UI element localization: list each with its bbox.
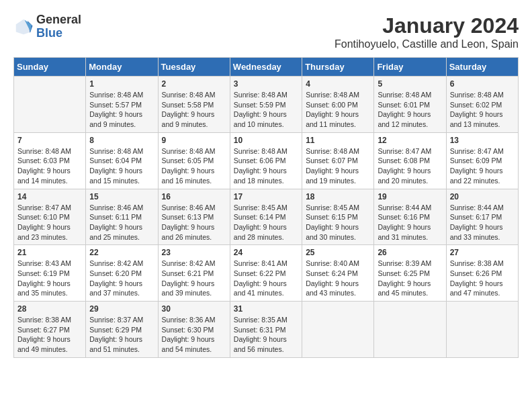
day-number: 17 [234,192,298,201]
day-number: 31 [234,304,298,314]
day-number: 3 [234,79,298,89]
day-number: 7 [17,136,82,145]
day-info: Sunrise: 8:35 AMSunset: 6:31 PMDaylight:… [234,315,298,355]
day-info: Sunrise: 8:46 AMSunset: 6:13 PMDaylight:… [162,203,226,242]
calendar-cell-3-3: 16Sunrise: 8:46 AMSunset: 6:13 PMDayligh… [158,189,230,245]
day-number: 8 [89,136,154,145]
day-number: 2 [162,79,226,89]
day-number: 19 [378,192,442,201]
calendar-cell-2-5: 11Sunrise: 8:48 AMSunset: 6:07 PMDayligh… [302,132,374,189]
day-number: 20 [450,192,515,201]
calendar-table: SundayMondayTuesdayWednesdayThursdayFrid… [13,57,519,358]
day-number: 4 [306,79,370,89]
day-number: 18 [306,192,370,201]
calendar-cell-1-5: 4Sunrise: 8:48 AMSunset: 6:00 PMDaylight… [302,77,374,133]
calendar-cell-4-4: 24Sunrise: 8:41 AMSunset: 6:22 PMDayligh… [230,245,302,302]
calendar-cell-5-4: 31Sunrise: 8:35 AMSunset: 6:31 PMDayligh… [230,302,302,358]
calendar-cell-2-6: 12Sunrise: 8:47 AMSunset: 6:08 PMDayligh… [374,132,446,189]
day-number: 13 [450,136,515,145]
location-title: Fontihoyuelo, Castille and Leon, Spain [335,38,519,50]
day-number: 26 [378,248,442,257]
day-info: Sunrise: 8:48 AMSunset: 6:00 PMDaylight:… [306,90,370,130]
calendar-cell-5-5 [302,302,374,358]
calendar-cell-1-2: 1Sunrise: 8:48 AMSunset: 5:57 PMDaylight… [86,77,158,133]
page-header: General Blue January 2024 Fontihoyuelo, … [13,13,519,50]
column-header-friday: Friday [374,58,446,77]
day-info: Sunrise: 8:38 AMSunset: 6:26 PMDaylight:… [450,259,515,298]
calendar-cell-1-4: 3Sunrise: 8:48 AMSunset: 5:59 PMDaylight… [230,77,302,133]
day-number: 24 [234,248,298,257]
day-info: Sunrise: 8:46 AMSunset: 6:11 PMDaylight:… [89,203,154,242]
calendar-cell-4-7: 27Sunrise: 8:38 AMSunset: 6:26 PMDayligh… [446,245,518,302]
day-info: Sunrise: 8:48 AMSunset: 5:58 PMDaylight:… [162,90,226,130]
logo-text: General Blue [36,13,81,40]
day-number: 14 [17,192,82,201]
day-info: Sunrise: 8:47 AMSunset: 6:10 PMDaylight:… [17,203,82,242]
calendar-cell-3-2: 15Sunrise: 8:46 AMSunset: 6:11 PMDayligh… [86,189,158,245]
calendar-cell-2-4: 10Sunrise: 8:48 AMSunset: 6:06 PMDayligh… [230,132,302,189]
day-number: 1 [89,79,154,89]
column-header-sunday: Sunday [14,58,86,77]
day-info: Sunrise: 8:47 AMSunset: 6:08 PMDaylight:… [378,146,442,186]
calendar-cell-2-1: 7Sunrise: 8:48 AMSunset: 6:03 PMDaylight… [14,132,86,189]
calendar-cell-5-3: 30Sunrise: 8:36 AMSunset: 6:30 PMDayligh… [158,302,230,358]
calendar-cell-2-7: 13Sunrise: 8:47 AMSunset: 6:09 PMDayligh… [446,132,518,189]
day-number: 27 [450,248,515,257]
logo: General Blue [13,13,81,40]
calendar-week-2: 7Sunrise: 8:48 AMSunset: 6:03 PMDaylight… [14,132,519,189]
day-info: Sunrise: 8:38 AMSunset: 6:27 PMDaylight:… [17,315,82,355]
calendar-cell-1-6: 5Sunrise: 8:48 AMSunset: 6:01 PMDaylight… [374,77,446,133]
calendar-cell-4-5: 25Sunrise: 8:40 AMSunset: 6:24 PMDayligh… [302,245,374,302]
day-number: 16 [162,192,226,201]
calendar-week-5: 28Sunrise: 8:38 AMSunset: 6:27 PMDayligh… [14,302,519,358]
day-info: Sunrise: 8:48 AMSunset: 6:07 PMDaylight:… [306,146,370,186]
column-header-thursday: Thursday [302,58,374,77]
day-number: 5 [378,79,442,89]
day-number: 6 [450,79,515,89]
day-info: Sunrise: 8:43 AMSunset: 6:19 PMDaylight:… [17,259,82,298]
calendar-cell-3-7: 20Sunrise: 8:44 AMSunset: 6:17 PMDayligh… [446,189,518,245]
day-info: Sunrise: 8:42 AMSunset: 6:20 PMDaylight:… [89,259,154,298]
day-number: 29 [89,304,154,314]
column-header-tuesday: Tuesday [158,58,230,77]
day-info: Sunrise: 8:44 AMSunset: 6:17 PMDaylight:… [450,203,515,242]
calendar-cell-5-1: 28Sunrise: 8:38 AMSunset: 6:27 PMDayligh… [14,302,86,358]
day-info: Sunrise: 8:48 AMSunset: 6:04 PMDaylight:… [89,146,154,186]
calendar-header-row: SundayMondayTuesdayWednesdayThursdayFrid… [14,58,519,77]
calendar-cell-1-7: 6Sunrise: 8:48 AMSunset: 6:02 PMDaylight… [446,77,518,133]
day-info: Sunrise: 8:47 AMSunset: 6:09 PMDaylight:… [450,146,515,186]
day-info: Sunrise: 8:36 AMSunset: 6:30 PMDaylight:… [162,315,226,355]
calendar-cell-4-1: 21Sunrise: 8:43 AMSunset: 6:19 PMDayligh… [14,245,86,302]
day-number: 15 [89,192,154,201]
column-header-wednesday: Wednesday [230,58,302,77]
day-info: Sunrise: 8:42 AMSunset: 6:21 PMDaylight:… [162,259,226,298]
month-title: January 2024 [335,13,519,38]
calendar-cell-3-1: 14Sunrise: 8:47 AMSunset: 6:10 PMDayligh… [14,189,86,245]
day-info: Sunrise: 8:48 AMSunset: 6:06 PMDaylight:… [234,146,298,186]
day-info: Sunrise: 8:44 AMSunset: 6:16 PMDaylight:… [378,203,442,242]
day-info: Sunrise: 8:39 AMSunset: 6:25 PMDaylight:… [378,259,442,298]
calendar-cell-4-3: 23Sunrise: 8:42 AMSunset: 6:21 PMDayligh… [158,245,230,302]
day-info: Sunrise: 8:48 AMSunset: 6:02 PMDaylight:… [450,90,515,130]
calendar-cell-1-3: 2Sunrise: 8:48 AMSunset: 5:58 PMDaylight… [158,77,230,133]
calendar-cell-1-1 [14,77,86,133]
day-number: 9 [162,136,226,145]
logo-blue-text: Blue [36,27,81,40]
day-number: 12 [378,136,442,145]
calendar-cell-5-2: 29Sunrise: 8:37 AMSunset: 6:29 PMDayligh… [86,302,158,358]
calendar-cell-2-2: 8Sunrise: 8:48 AMSunset: 6:04 PMDaylight… [86,132,158,189]
day-number: 23 [162,248,226,257]
day-number: 21 [17,248,82,257]
calendar-cell-4-2: 22Sunrise: 8:42 AMSunset: 6:20 PMDayligh… [86,245,158,302]
day-number: 11 [306,136,370,145]
calendar-week-4: 21Sunrise: 8:43 AMSunset: 6:19 PMDayligh… [14,245,519,302]
calendar-cell-3-4: 17Sunrise: 8:45 AMSunset: 6:14 PMDayligh… [230,189,302,245]
logo-general-text: General [36,13,81,27]
day-number: 30 [162,304,226,314]
day-info: Sunrise: 8:48 AMSunset: 6:01 PMDaylight:… [378,90,442,130]
calendar-cell-2-3: 9Sunrise: 8:48 AMSunset: 6:05 PMDaylight… [158,132,230,189]
calendar-week-1: 1Sunrise: 8:48 AMSunset: 5:57 PMDaylight… [14,77,519,133]
day-info: Sunrise: 8:40 AMSunset: 6:24 PMDaylight:… [306,259,370,298]
calendar-cell-3-5: 18Sunrise: 8:45 AMSunset: 6:15 PMDayligh… [302,189,374,245]
day-number: 10 [234,136,298,145]
